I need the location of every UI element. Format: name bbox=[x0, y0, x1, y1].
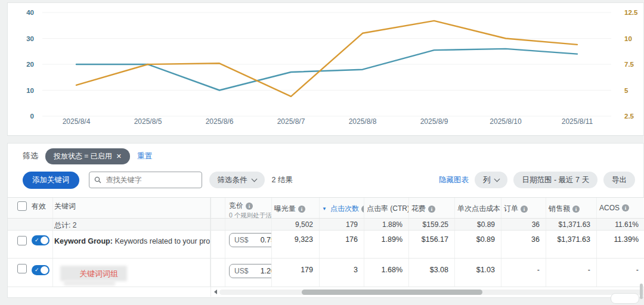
totals-ctr: 1.88% bbox=[364, 219, 409, 230]
x-axis-label: 2025/8/9 bbox=[420, 117, 448, 126]
impressions-cell: 179 bbox=[272, 259, 320, 287]
export-label: 导出 bbox=[612, 175, 627, 185]
totals-row: 总计: 2 9,502 179 1.88% $159.25 $0.89 36 $… bbox=[8, 219, 644, 231]
metric-blue-line bbox=[76, 49, 577, 91]
cpc-cell: $1.03 bbox=[455, 259, 501, 287]
info-icon[interactable] bbox=[428, 206, 435, 213]
header-enabled: 有效 bbox=[32, 198, 53, 218]
x-axis-label: 2025/8/10 bbox=[490, 117, 522, 126]
bid-input-box[interactable]: US$ bbox=[229, 233, 272, 247]
header-sales-label: 销售额 bbox=[549, 204, 570, 214]
keyword-search-box[interactable] bbox=[89, 172, 202, 188]
toolbar-right-group: 隐藏图表 列 日期范围 - 最近 7 天 导出 bbox=[439, 172, 635, 188]
table-header-row: 有效 关键词 竞价 0 个规则处于活动状态 曝光量 ▼点击次数 点击率 (CTR… bbox=[8, 197, 644, 219]
header-clicks-sorted[interactable]: ▼点击次数 bbox=[320, 198, 364, 218]
bid-input[interactable] bbox=[253, 266, 272, 276]
totals-cpc: $0.89 bbox=[455, 219, 501, 230]
columns-label: 列 bbox=[483, 175, 491, 185]
scrollbar-track[interactable] bbox=[219, 290, 644, 295]
search-icon bbox=[94, 176, 101, 183]
spend-cell: $156.17 bbox=[409, 231, 455, 258]
row-checkbox[interactable] bbox=[17, 264, 27, 273]
info-icon[interactable] bbox=[298, 206, 305, 213]
header-spend[interactable]: 花费 bbox=[409, 198, 455, 218]
keywords-table: 有效 关键词 竞价 0 个规则处于活动状态 曝光量 ▼点击次数 点击率 (CTR… bbox=[8, 197, 644, 287]
info-icon[interactable] bbox=[521, 206, 528, 213]
columns-dropdown[interactable]: 列 bbox=[475, 172, 508, 188]
feedback-widget bbox=[611, 293, 639, 304]
filter-conditions-dropdown[interactable]: 筛选条件 bbox=[209, 172, 265, 188]
header-ctr[interactable]: 点击率 (CTR) bbox=[364, 198, 409, 218]
hide-chart-link[interactable]: 隐藏图表 bbox=[439, 175, 469, 185]
x-axis-label: 2025/8/4 bbox=[63, 117, 91, 126]
bid-cell: US$ bbox=[225, 231, 272, 258]
keyword-manager-panel: 筛选 投放状态 = 已启用 ✕ 重置 添加关键词 筛选条件 2 结果 bbox=[7, 143, 644, 298]
left-axis-tick: 40 bbox=[26, 9, 34, 16]
right-axis-tick: 12.5 bbox=[624, 9, 638, 16]
date-range-button[interactable]: 日期范围 - 最近 7 天 bbox=[513, 172, 597, 188]
reset-filters-link[interactable]: 重置 bbox=[137, 151, 152, 161]
header-spend-label: 花费 bbox=[411, 204, 426, 214]
sales-cell: - bbox=[546, 259, 597, 287]
chip-remove-icon[interactable]: ✕ bbox=[116, 152, 122, 160]
enabled-toggle[interactable]: ✓ bbox=[32, 265, 49, 275]
bid-input[interactable] bbox=[253, 235, 272, 245]
ctr-cell: 1.89% bbox=[364, 231, 409, 258]
filter-chip-label: 投放状态 = 已启用 bbox=[54, 151, 112, 161]
chevron-down-icon bbox=[494, 176, 500, 182]
header-cpc[interactable]: 单次点击成本 (CPC) bbox=[455, 198, 501, 218]
info-icon[interactable] bbox=[246, 203, 253, 210]
enabled-toggle[interactable]: ✓ bbox=[32, 235, 49, 245]
spend-cell: $3.08 bbox=[409, 259, 455, 287]
x-axis-label: 2025/8/11 bbox=[562, 117, 593, 126]
header-acos-label: ACOS bbox=[599, 204, 620, 212]
header-clicks-label: 点击次数 bbox=[330, 204, 359, 214]
header-impressions[interactable]: 曝光量 bbox=[272, 198, 320, 218]
filter-chip-serving-status[interactable]: 投放状态 = 已启用 ✕ bbox=[45, 148, 130, 164]
header-acos[interactable]: ACOS bbox=[597, 198, 644, 218]
keyword-search-input[interactable] bbox=[105, 175, 197, 185]
keyword-cell-redacted: 关键词词组 bbox=[53, 259, 210, 287]
metric-orange-line bbox=[76, 21, 577, 97]
header-ctr-label: 点击率 (CTR) bbox=[367, 204, 409, 214]
toggle-knob bbox=[41, 236, 48, 244]
keyword-group-desc: Keywords related to your product categor… bbox=[113, 237, 210, 245]
clicks-cell: 176 bbox=[320, 231, 364, 258]
add-keywords-button[interactable]: 添加关键词 bbox=[23, 172, 79, 189]
vertical-scrollbar-thumb[interactable] bbox=[640, 284, 643, 299]
toggle-check-icon: ✓ bbox=[35, 267, 39, 273]
cpc-cell: $0.89 bbox=[455, 231, 501, 258]
toggle-knob bbox=[41, 266, 48, 274]
export-button[interactable]: 导出 bbox=[603, 172, 635, 188]
header-bid-label: 竞价 bbox=[229, 201, 243, 211]
header-impressions-label: 曝光量 bbox=[274, 204, 296, 214]
filter-label: 筛选 bbox=[23, 151, 38, 161]
keyword-row: ✓ Keyword Group: Keywords related to you… bbox=[8, 231, 644, 259]
header-sales[interactable]: 销售额 bbox=[546, 198, 597, 218]
bid-currency: US$ bbox=[234, 236, 248, 244]
table-toolbar: 添加关键词 筛选条件 2 结果 隐藏图表 列 日期范 bbox=[23, 171, 635, 189]
chevron-down-icon bbox=[251, 176, 257, 182]
header-cpc-label: 单次点击成本 (CPC) bbox=[457, 204, 501, 214]
info-icon[interactable] bbox=[572, 206, 580, 213]
impressions-cell: 9,323 bbox=[272, 231, 320, 258]
scroll-left-icon bbox=[214, 290, 217, 294]
bid-input-box[interactable]: US$ bbox=[229, 264, 272, 278]
right-axis-tick: 10 bbox=[624, 35, 632, 42]
scroll-left-button[interactable] bbox=[211, 288, 219, 295]
x-axis-label: 2025/8/8 bbox=[349, 117, 377, 126]
scrollbar-thumb[interactable] bbox=[302, 290, 482, 295]
keyword-group-label: Keyword Group: bbox=[54, 237, 113, 245]
select-all-checkbox[interactable] bbox=[17, 201, 27, 211]
totals-clicks: 179 bbox=[320, 219, 364, 230]
toggle-check-icon: ✓ bbox=[35, 237, 39, 243]
orders-cell: 36 bbox=[501, 231, 546, 258]
bid-cell: US$ bbox=[225, 259, 272, 287]
totals-orders: 36 bbox=[501, 219, 546, 230]
x-axis-label: 2025/8/7 bbox=[277, 117, 305, 126]
row-checkbox[interactable] bbox=[17, 236, 27, 245]
info-icon[interactable] bbox=[622, 204, 629, 211]
header-orders[interactable]: 订单 bbox=[501, 198, 546, 218]
acos-cell: 11.39% bbox=[597, 231, 644, 258]
right-axis-tick: 2.5 bbox=[624, 113, 634, 120]
